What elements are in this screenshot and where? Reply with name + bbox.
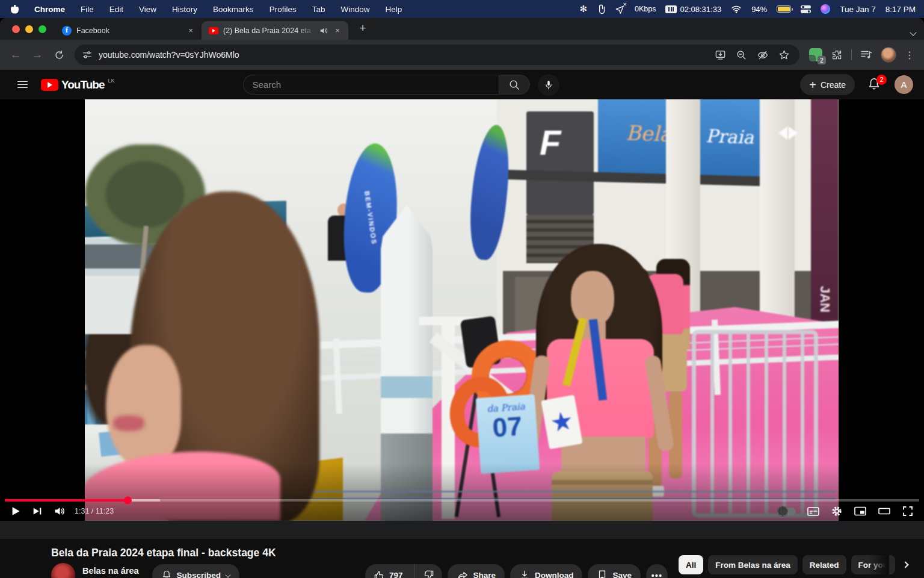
theater-mode-button[interactable] [872,502,896,521]
toolbar-divider [851,49,852,60]
siri-icon[interactable] [821,4,830,14]
extension-icon[interactable]: 2 [809,48,822,61]
battery-icon[interactable] [777,5,791,13]
forward-button[interactable]: → [28,45,47,64]
apple-icon[interactable] [11,5,19,14]
related-chips: All From Belas na área Related For you [679,555,910,574]
next-button[interactable] [26,502,48,521]
minimize-window-button[interactable] [25,25,33,33]
chip-all[interactable]: All [679,555,703,574]
menu-window[interactable]: Window [340,5,369,14]
chips-next-arrow[interactable] [901,562,910,567]
autoplay-toggle[interactable] [772,502,801,521]
account-avatar[interactable]: A [895,75,913,94]
menu-file[interactable]: File [81,5,94,14]
address-bar[interactable]: youtube.com/watch?v=0sYJhWo6Mlo [75,45,799,65]
video-content[interactable]: Bela da Praia F JAN [85,99,839,521]
close-tab-icon[interactable]: × [333,26,342,36]
url-text[interactable]: youtube.com/watch?v=0sYJhWo6Mlo [99,50,715,60]
play-button[interactable] [5,502,26,521]
menu-bookmarks[interactable]: Bookmarks [213,5,254,14]
facebook-favicon: f [62,26,72,36]
more-actions-button[interactable]: ••• [646,564,668,578]
fullscreen-button[interactable] [896,502,919,521]
browser-menu-icon[interactable]: ⋮ [905,49,914,61]
tab-audio-icon[interactable] [319,26,328,35]
control-center-icon[interactable] [801,5,811,14]
owner-row: Belas na área 63.1K subscribers Subscrib… [51,563,668,578]
voice-search-button[interactable] [538,74,559,96]
menu-tab[interactable]: Tab [312,5,325,14]
chip-from-channel[interactable]: From Belas na área [708,555,798,574]
tab-youtube-active[interactable]: (2) Bela da Praia 2024 eta × [202,21,348,40]
profile-avatar[interactable] [881,47,896,63]
like-dislike-pill: 797 [365,564,443,578]
bookmark-icon [597,570,608,578]
chip-related[interactable]: Related [802,555,846,574]
menu-edit[interactable]: Edit [109,5,123,14]
menu-view[interactable]: View [139,5,156,14]
tab-facebook[interactable]: f Facebook × [55,21,202,40]
bookmark-star-icon[interactable] [778,49,790,61]
search-button[interactable] [499,75,530,95]
menubar-app-name[interactable]: Chrome [34,5,65,14]
like-button[interactable]: 797 [365,564,410,578]
paperclip-icon[interactable] [597,4,605,14]
like-count: 797 [389,571,403,578]
location-pin-icon[interactable]: ✕ [615,4,625,14]
extension-badge: 2 [818,56,826,64]
zoom-icon[interactable] [736,49,747,61]
miniplayer-button[interactable] [848,502,872,521]
close-window-button[interactable] [12,25,20,33]
search-box[interactable] [243,75,499,95]
subtitles-button[interactable] [801,502,825,521]
settings-button[interactable] [825,502,848,521]
extensions-puzzle-icon[interactable] [831,49,843,61]
media-controls-icon[interactable] [860,49,872,60]
eye-off-icon[interactable] [757,49,769,61]
timer-value: 02:08:31:33 [680,5,721,14]
notifications-button[interactable]: 2 [867,77,882,93]
youtube-wordmark: YouTube [61,78,104,92]
scene-side-banner: JAN [811,99,839,343]
guide-menu-icon[interactable] [11,73,34,96]
share-button[interactable]: Share [448,564,505,578]
download-label: Download [535,571,574,578]
menu-history[interactable]: History [172,5,197,14]
timer-widget[interactable]: 02:08:31:33 [665,5,721,14]
site-settings-icon[interactable] [82,49,93,60]
save-button[interactable]: Save [588,564,641,578]
create-label: Create [821,80,846,90]
reload-button[interactable] [49,45,69,64]
save-label: Save [612,571,632,578]
new-tab-button[interactable]: + [354,20,371,37]
back-button[interactable]: ← [6,45,25,64]
subscribed-button[interactable]: Subscribed [152,564,240,578]
download-button[interactable]: Download [510,564,583,578]
zoom-window-button[interactable] [38,25,46,33]
scene-f-sign: F [526,111,594,215]
channel-name[interactable]: Belas na área [82,565,139,576]
wifi-icon[interactable] [731,5,742,13]
video-player: Bela da Praia F JAN [0,99,924,521]
close-tab-icon[interactable]: × [186,26,196,36]
share-label: Share [473,571,496,578]
menubar-date[interactable]: Tue Jan 7 [840,5,876,14]
menubar-clock[interactable]: 8:17 PM [886,5,916,14]
capcut-watermark-icon [778,126,798,140]
chatgpt-icon[interactable]: ✻ [579,4,587,14]
volume-icon[interactable] [48,502,71,521]
search-input[interactable] [252,79,490,90]
youtube-logo[interactable]: YouTube LK [41,78,114,92]
network-speed[interactable]: 0Kbps [635,5,656,13]
menu-profiles[interactable]: Profiles [270,5,297,14]
channel-avatar[interactable] [51,563,75,578]
dislike-button[interactable] [414,564,442,578]
chrome-window: f Facebook × (2) Bela da Praia 2024 eta … [0,18,924,578]
youtube-region: LK [108,78,114,84]
menu-help[interactable]: Help [385,5,402,14]
tab-search-icon[interactable] [911,26,919,35]
subscribed-label: Subscribed [177,571,221,578]
install-app-icon[interactable] [715,49,726,61]
create-button[interactable]: + Create [800,74,855,95]
